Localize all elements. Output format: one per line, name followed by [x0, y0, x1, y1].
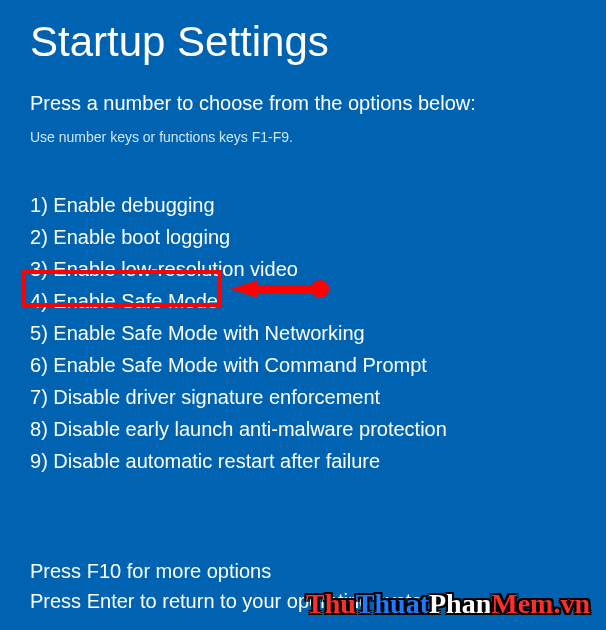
option-3[interactable]: 3) Enable low-resolution video — [30, 253, 576, 285]
option-4[interactable]: 4) Enable Safe Mode — [30, 285, 576, 317]
hint-text: Use number keys or functions keys F1-F9. — [30, 129, 576, 145]
options-list: 1) Enable debugging 2) Enable boot loggi… — [30, 189, 576, 477]
prompt-text: Press a number to choose from the option… — [30, 92, 576, 115]
option-8[interactable]: 8) Disable early launch anti-malware pro… — [30, 413, 576, 445]
option-7[interactable]: 7) Disable driver signature enforcement — [30, 381, 576, 413]
option-5[interactable]: 5) Enable Safe Mode with Networking — [30, 317, 576, 349]
page-title: Startup Settings — [30, 18, 576, 66]
startup-settings-screen: Startup Settings Press a number to choos… — [0, 0, 606, 477]
option-1[interactable]: 1) Enable debugging — [30, 189, 576, 221]
option-6[interactable]: 6) Enable Safe Mode with Command Prompt — [30, 349, 576, 381]
option-2[interactable]: 2) Enable boot logging — [30, 221, 576, 253]
option-9[interactable]: 9) Disable automatic restart after failu… — [30, 445, 576, 477]
watermark: ThuThuatPhanMem.vn — [306, 588, 590, 620]
footer-more: Press F10 for more options — [30, 556, 439, 586]
